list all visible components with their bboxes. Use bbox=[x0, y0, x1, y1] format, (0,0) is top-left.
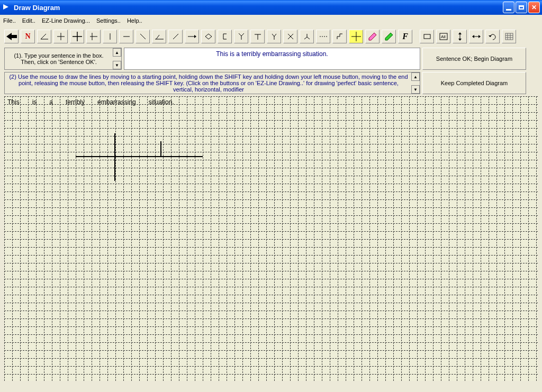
begin-diagram-button[interactable]: Sentence OK; Begin Diagram bbox=[422, 48, 526, 70]
tool-diag-horiz-button[interactable] bbox=[152, 30, 166, 43]
diagram-vertical-line-main bbox=[114, 133, 115, 181]
tool-bracket-left-button[interactable] bbox=[218, 30, 232, 43]
svg-line-2 bbox=[41, 34, 46, 39]
svg-marker-17 bbox=[205, 34, 212, 39]
tool-dotted-line-button[interactable] bbox=[316, 30, 330, 43]
tool-f-button[interactable]: F bbox=[398, 30, 412, 43]
app-icon bbox=[2, 3, 11, 12]
tool-horizontal-line-button[interactable] bbox=[119, 30, 133, 43]
tool-angle-button[interactable] bbox=[37, 30, 51, 43]
svg-line-24 bbox=[272, 34, 274, 37]
tool-branch-button[interactable] bbox=[300, 30, 314, 43]
word-item[interactable]: This bbox=[7, 98, 20, 106]
tool-pencil-pink-button[interactable] bbox=[365, 30, 380, 43]
svg-line-14 bbox=[173, 34, 178, 39]
cross-small-icon bbox=[57, 33, 65, 40]
tool-diag-up-button[interactable] bbox=[168, 30, 183, 43]
branch-icon bbox=[303, 33, 311, 40]
tool-y-button[interactable] bbox=[267, 30, 281, 43]
angle-icon bbox=[40, 33, 49, 40]
sentence-text: This is a terribly embarrassing situatio… bbox=[216, 50, 328, 58]
tool-cross-alt-button[interactable] bbox=[86, 30, 101, 43]
scroll-down-arrow[interactable]: ▼ bbox=[113, 61, 121, 69]
svg-rect-46 bbox=[505, 33, 513, 40]
y-icon bbox=[270, 33, 278, 40]
word-item[interactable]: terribly bbox=[66, 98, 85, 106]
diag-horiz-icon bbox=[155, 33, 164, 40]
arrow-right-icon bbox=[188, 33, 196, 40]
window-controls: ✕ bbox=[503, 2, 540, 13]
tool-fork-up-button[interactable] bbox=[234, 30, 248, 43]
step-icon bbox=[336, 33, 344, 40]
tool-redo-button[interactable] bbox=[485, 30, 500, 43]
tool-grid-button[interactable] bbox=[502, 30, 516, 43]
menu-settings[interactable]: Settings.. bbox=[96, 17, 121, 24]
svg-line-20 bbox=[241, 33, 244, 36]
tool-diagonal-button[interactable] bbox=[136, 30, 150, 43]
t-down-icon bbox=[254, 33, 261, 40]
tool-arrow-button[interactable] bbox=[185, 30, 199, 43]
keep-diagram-label: Keep Completed Diagram bbox=[441, 80, 508, 86]
grid-icon bbox=[505, 33, 513, 40]
scroll-down-arrow-2[interactable]: ▼ bbox=[411, 85, 420, 94]
tool-cross-button[interactable] bbox=[53, 30, 68, 43]
title-bar: Draw Diagram ✕ bbox=[0, 0, 542, 15]
horizontal-line-icon bbox=[123, 33, 130, 40]
word-item[interactable]: situation. bbox=[149, 98, 174, 106]
tool-cross-large-button[interactable] bbox=[70, 30, 84, 43]
tool-diamond-button[interactable] bbox=[201, 30, 215, 43]
scroll-up-arrow-2[interactable]: ▲ bbox=[411, 72, 420, 81]
x-icon bbox=[287, 33, 294, 40]
svg-text:All: All bbox=[441, 34, 446, 39]
menu-help[interactable]: Help.. bbox=[127, 17, 142, 24]
back-arrow-icon bbox=[6, 33, 17, 40]
green-pencil-icon bbox=[384, 32, 394, 41]
word-bank: This is a terribly embarrassing situatio… bbox=[7, 98, 174, 106]
svg-marker-35 bbox=[385, 33, 393, 40]
word-item[interactable]: a bbox=[49, 98, 53, 106]
menu-edit[interactable]: Edit.. bbox=[22, 17, 35, 24]
tool-n-button[interactable]: N bbox=[21, 30, 35, 43]
menu-file[interactable]: File.. bbox=[3, 17, 16, 24]
keep-diagram-button[interactable]: Keep Completed Diagram bbox=[422, 72, 526, 94]
close-button[interactable]: ✕ bbox=[528, 2, 540, 13]
svg-marker-34 bbox=[369, 33, 376, 40]
minimize-button[interactable] bbox=[503, 2, 514, 13]
svg-line-25 bbox=[274, 34, 276, 37]
maximize-button[interactable] bbox=[516, 2, 527, 13]
diagram-canvas[interactable]: This is a terribly embarrassing situatio… bbox=[4, 96, 538, 381]
tool-move-horizontal-button[interactable] bbox=[469, 30, 483, 43]
diagonal-down-icon bbox=[139, 33, 147, 40]
sentence-input[interactable]: This is a terribly embarrassing situatio… bbox=[124, 48, 420, 70]
tool-select-all-button[interactable]: All bbox=[436, 30, 450, 43]
toolbar: N F All bbox=[0, 26, 542, 47]
word-item[interactable]: is bbox=[32, 98, 37, 106]
svg-rect-36 bbox=[424, 34, 430, 39]
cross-alt-icon bbox=[90, 33, 97, 40]
tool-t-down-button[interactable] bbox=[250, 30, 265, 43]
instruction-area: (1). Type your sentence in the box. Then… bbox=[0, 47, 542, 96]
tool-pencil-green-button[interactable] bbox=[382, 30, 396, 43]
svg-line-11 bbox=[140, 34, 146, 39]
svg-marker-0 bbox=[6, 33, 17, 40]
tool-step-button[interactable] bbox=[332, 30, 347, 43]
menu-ez-line[interactable]: EZ-Line Drawing... bbox=[42, 17, 90, 24]
instruction-step1: (1). Type your sentence in the box. Then… bbox=[4, 48, 122, 70]
instruction-step1-text: (1). Type your sentence in the box. Then… bbox=[6, 52, 120, 65]
tool-x-button[interactable] bbox=[283, 30, 297, 43]
bracket-left-icon bbox=[221, 33, 229, 40]
scroll-up-arrow[interactable]: ▲ bbox=[113, 48, 121, 57]
diagram-horizontal-line bbox=[76, 156, 203, 157]
svg-marker-45 bbox=[489, 35, 492, 37]
tool-move-vertical-button[interactable] bbox=[453, 30, 467, 43]
rectangle-icon bbox=[423, 33, 431, 40]
vertical-line-icon bbox=[106, 33, 114, 40]
tool-vertical-line-button[interactable] bbox=[103, 30, 117, 43]
svg-line-29 bbox=[304, 37, 307, 39]
tool-crosshair-button[interactable] bbox=[349, 30, 363, 43]
move-horizontal-icon bbox=[472, 33, 481, 40]
tool-rect-button[interactable] bbox=[420, 30, 434, 43]
back-arrow-button[interactable] bbox=[4, 30, 19, 43]
menu-bar: File.. Edit.. EZ-Line Drawing... Setting… bbox=[0, 15, 542, 26]
word-item[interactable]: embarrassing bbox=[97, 98, 136, 106]
